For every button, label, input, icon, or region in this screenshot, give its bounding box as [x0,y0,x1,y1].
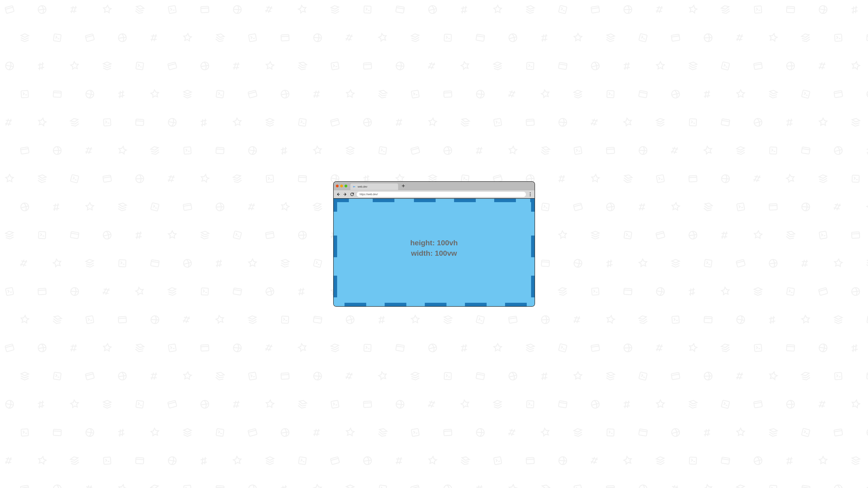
address-bar[interactable]: https://web.dev/ [356,192,526,197]
bg-decorative-icon [279,88,291,100]
bg-decorative-icon [524,4,536,15]
bg-decorative-icon [214,31,226,44]
svg-point-10 [624,5,632,13]
bg-decorative-icon [785,455,796,466]
svg-rect-110 [38,231,45,238]
svg-rect-81 [801,147,810,154]
bg-decorative-icon [800,88,812,100]
svg-point-16 [118,33,127,42]
bg-decorative-icon [622,60,633,72]
bg-decorative-icon [702,257,714,269]
bg-decorative-icon [102,61,113,71]
svg-rect-11 [754,6,762,13]
bg-decorative-icon [36,342,48,354]
bg-decorative-icon [182,145,193,156]
bg-decorative-icon [589,398,601,411]
maximize-window-button[interactable] [344,185,347,187]
bg-decorative-icon [752,398,764,410]
bg-decorative-icon [605,427,616,438]
bg-decorative-icon [296,398,309,411]
bg-decorative-icon [312,483,323,488]
bg-decorative-icon [669,88,682,100]
bg-decorative-icon [622,116,634,129]
bg-decorative-icon [637,314,649,326]
bg-decorative-icon [655,342,666,354]
bg-decorative-icon [150,33,160,43]
bg-decorative-icon [182,89,193,100]
browser-tab[interactable]: web.dev [350,184,398,190]
bg-decorative-icon [442,89,453,100]
new-tab-button[interactable] [400,183,406,189]
svg-rect-228 [526,457,534,464]
bg-decorative-icon [637,370,649,382]
bg-decorative-icon [833,370,844,382]
bg-decorative-icon [182,370,193,382]
svg-rect-153 [118,317,126,323]
bg-decorative-icon [4,455,15,466]
bg-decorative-icon [199,229,211,241]
bg-decorative-icon [817,285,830,298]
bg-decorative-icon [670,370,682,382]
bg-decorative-icon [687,60,699,72]
bg-decorative-icon [720,117,732,128]
svg-rect-165 [5,344,14,352]
svg-rect-24 [671,34,680,41]
svg-rect-44 [216,90,224,98]
bg-decorative-icon [69,4,80,15]
bg-decorative-icon [572,144,584,157]
bg-decorative-icon [264,229,276,241]
svg-point-67 [753,118,763,127]
svg-rect-162 [704,317,712,323]
bg-decorative-icon [214,88,226,100]
reload-button[interactable] [350,192,354,197]
bg-decorative-icon [36,455,49,467]
bg-decorative-icon [296,3,309,16]
bg-decorative-icon [37,286,48,297]
bg-decorative-icon [768,483,779,488]
svg-rect-198 [363,401,371,408]
svg-rect-218 [802,428,810,437]
forward-button[interactable] [343,192,347,197]
svg-point-1 [38,5,46,14]
svg-point-37 [591,61,600,71]
svg-rect-183 [281,373,289,379]
bg-decorative-icon [246,32,258,44]
bg-decorative-icon [850,455,861,466]
bg-decorative-icon [475,89,486,100]
bg-decorative-icon [166,60,179,72]
svg-rect-59 [299,119,306,126]
svg-point-28 [5,61,14,70]
bg-decorative-icon [539,370,551,382]
bg-decorative-icon [280,32,290,43]
bg-decorative-icon [557,398,569,410]
back-button[interactable] [336,192,341,197]
bg-decorative-icon [459,60,471,72]
svg-point-55 [867,90,868,98]
bg-decorative-icon [865,427,868,438]
svg-rect-158 [476,316,485,324]
bg-decorative-icon [312,427,323,438]
bg-decorative-icon [589,342,601,354]
browser-menu-button[interactable] [528,192,532,196]
bg-decorative-icon [539,144,552,157]
minimize-window-button[interactable] [340,185,343,187]
bg-decorative-icon [818,455,828,466]
bg-decorative-icon [19,427,30,438]
svg-rect-62 [494,118,502,126]
bg-decorative-icon [507,88,519,100]
bg-decorative-icon [409,426,421,438]
bg-decorative-icon [832,88,844,100]
bg-decorative-icon [246,370,258,382]
bg-decorative-icon [362,343,373,353]
bg-decorative-icon [247,201,258,213]
close-window-button[interactable] [336,185,339,187]
svg-rect-216 [639,429,647,436]
svg-rect-213 [444,429,452,436]
svg-point-175 [624,344,632,352]
bg-decorative-icon [832,483,844,488]
bg-decorative-icon [767,88,779,100]
bg-decorative-icon [753,286,764,297]
bg-decorative-icon [832,427,844,438]
viewport-width-label: width: 100vw [410,248,458,259]
bg-decorative-icon [572,89,584,100]
